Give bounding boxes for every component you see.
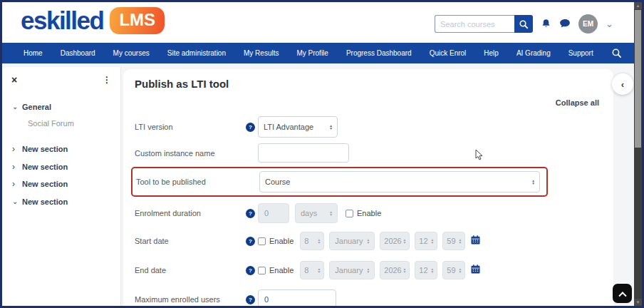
select-arrows-icon: ▴▾ [532, 179, 534, 185]
messages-chat-icon[interactable] [559, 19, 571, 29]
end-minute-select: 59 ▴▾ [442, 261, 465, 279]
user-menu-chevron-down-icon[interactable]: ⌄ [606, 21, 613, 28]
duration-unit-select: days ▴▾ [295, 203, 338, 223]
enable-label: Enable [357, 209, 381, 217]
select-arrows-icon: ▴▾ [432, 238, 434, 245]
user-avatar[interactable]: EM [578, 14, 598, 34]
select-arrows-icon: ▴▾ [404, 267, 406, 274]
form-row-lti-version: LTI version ? LTI Advantage ▴▾ [135, 116, 602, 138]
field-label: End date [135, 266, 246, 274]
nav-item-quick-enrol[interactable]: Quick Enrol [430, 49, 467, 57]
select-arrows-icon: ▴▾ [404, 238, 406, 245]
select-arrows-icon: ▴▾ [330, 210, 332, 217]
field-label: LTI version [135, 123, 246, 131]
page-body: × ⋮ General Social Forum New section [2, 63, 642, 306]
scroll-down-arrow-icon[interactable]: ▼ [634, 299, 642, 306]
search-icon [519, 19, 529, 29]
notifications-bell-icon[interactable] [541, 19, 551, 29]
scroll-up-arrow-icon[interactable]: ▲ [634, 2, 642, 9]
lti-version-select[interactable]: LTI Advantage ▴▾ [258, 116, 338, 138]
sidebar-item-new-section-3[interactable]: New section [2, 175, 120, 193]
custom-instance-name-input[interactable] [258, 143, 349, 163]
brand-name: eskilled [21, 6, 103, 35]
chevron-right-icon [12, 162, 22, 172]
scrollbar-thumb[interactable] [635, 10, 641, 148]
end-year-select: 2026 ▴▾ [380, 261, 410, 279]
help-icon[interactable]: ? [246, 237, 255, 246]
kebab-menu-icon[interactable]: ⋮ [103, 75, 111, 85]
nav-item-dashboard[interactable]: Dashboard [61, 49, 95, 57]
brand-logo[interactable]: eskilled LMS [21, 6, 165, 35]
duration-enable-checkbox[interactable] [346, 210, 353, 217]
field-label: Start date [135, 237, 246, 245]
sidebar-item-social-forum[interactable]: Social Forum [2, 115, 120, 131]
field-label: Custom instance name [135, 149, 246, 158]
field-label: Enrolment duration [135, 209, 246, 217]
select-arrows-icon: ▴▾ [318, 267, 321, 274]
lms-window: eskilled LMS EM ⌄ Home Dash [0, 0, 644, 308]
form-row-custom-instance-name: Custom instance name [135, 143, 602, 163]
nav-item-my-profile[interactable]: My Profile [296, 49, 328, 57]
form-row-start-date: Start date ? Enable 8 ▴▾ January ▴▾ 2026… [135, 232, 602, 250]
calendar-icon[interactable] [471, 264, 480, 277]
help-icon[interactable]: ? [246, 266, 255, 275]
enable-label: Enable [269, 266, 294, 274]
close-drawer-icon[interactable]: × [11, 76, 17, 84]
chevron-right-icon [12, 179, 22, 189]
sidebar-item-new-section-2[interactable]: New section [2, 158, 120, 176]
nav-item-my-results[interactable]: My Results [244, 49, 279, 57]
nav-item-ai-grading[interactable]: AI Grading [516, 49, 551, 57]
end-date-enable-checkbox[interactable] [258, 267, 266, 274]
nav-item-progress-dashboard[interactable]: Progress Dashboard [346, 49, 412, 57]
open-block-drawer-button[interactable]: ‹ [612, 73, 633, 95]
search-button[interactable] [514, 15, 533, 33]
form-row-enrolment-duration: Enrolment duration ? days ▴▾ Enable [135, 203, 602, 223]
help-icon[interactable]: ? [246, 209, 255, 218]
start-day-select: 8 ▴▾ [300, 232, 324, 250]
max-enrolled-users-input[interactable] [258, 289, 336, 306]
nav-item-my-courses[interactable]: My courses [113, 49, 150, 57]
start-year-select: 2026 ▴▾ [380, 232, 410, 250]
nav-item-support[interactable]: Support [568, 49, 593, 57]
end-day-select: 8 ▴▾ [300, 261, 324, 279]
sidebar-item-new-section-4[interactable]: New section [2, 193, 120, 211]
help-icon[interactable]: ? [246, 123, 255, 132]
brand-badge: LMS [110, 7, 165, 34]
form-row-max-enrolled-users: Maximum enrolled users ? [135, 289, 602, 306]
select-arrows-icon: ▴▾ [459, 267, 462, 274]
chevron-down-icon [12, 103, 22, 111]
chevron-up-icon [618, 292, 626, 299]
form-row-end-date: End date ? Enable 8 ▴▾ January ▴▾ 2026 ▴… [135, 261, 602, 279]
nav-search-icon[interactable] [611, 48, 622, 58]
course-search [435, 15, 533, 33]
nav-item-help[interactable]: Help [484, 49, 499, 57]
field-label: Maximum enrolled users [135, 295, 246, 304]
nav-item-site-administration[interactable]: Site administration [167, 49, 226, 57]
select-arrows-icon: ▴▾ [368, 238, 370, 245]
chevron-down-icon [12, 197, 22, 205]
start-minute-select: 59 ▴▾ [442, 232, 465, 250]
page-title: Publish as LTI tool [135, 78, 602, 90]
select-arrows-icon: ▴▾ [432, 267, 434, 274]
select-arrows-icon: ▴▾ [318, 238, 321, 245]
sidebar-item-new-section-1[interactable]: New section [2, 140, 120, 158]
help-icon[interactable]: ? [246, 295, 255, 304]
collapse-all-link[interactable]: Collapse all [556, 98, 599, 107]
sidebar-item-general[interactable]: General [2, 98, 120, 115]
back-to-top-button[interactable] [613, 284, 632, 303]
start-date-enable-checkbox[interactable] [258, 237, 266, 245]
select-arrows-icon: ▴▾ [330, 124, 332, 130]
course-index-drawer: × ⋮ General Social Forum New section [2, 67, 121, 306]
main-content: Publish as LTI tool Collapse all LTI ver… [123, 69, 613, 306]
mouse-cursor [475, 149, 484, 164]
end-hour-select: 12 ▴▾ [415, 261, 437, 279]
select-arrows-icon: ▴▾ [368, 267, 370, 274]
tool-to-publish-select[interactable]: Course ▴▾ [259, 171, 540, 192]
nav-item-home[interactable]: Home [24, 49, 43, 57]
end-month-select: January ▴▾ [329, 261, 375, 279]
start-hour-select: 12 ▴▾ [415, 232, 437, 250]
header: eskilled LMS EM ⌄ [2, 2, 642, 43]
search-input[interactable] [435, 15, 514, 33]
duration-value-input [258, 203, 289, 223]
calendar-icon[interactable] [471, 235, 480, 247]
